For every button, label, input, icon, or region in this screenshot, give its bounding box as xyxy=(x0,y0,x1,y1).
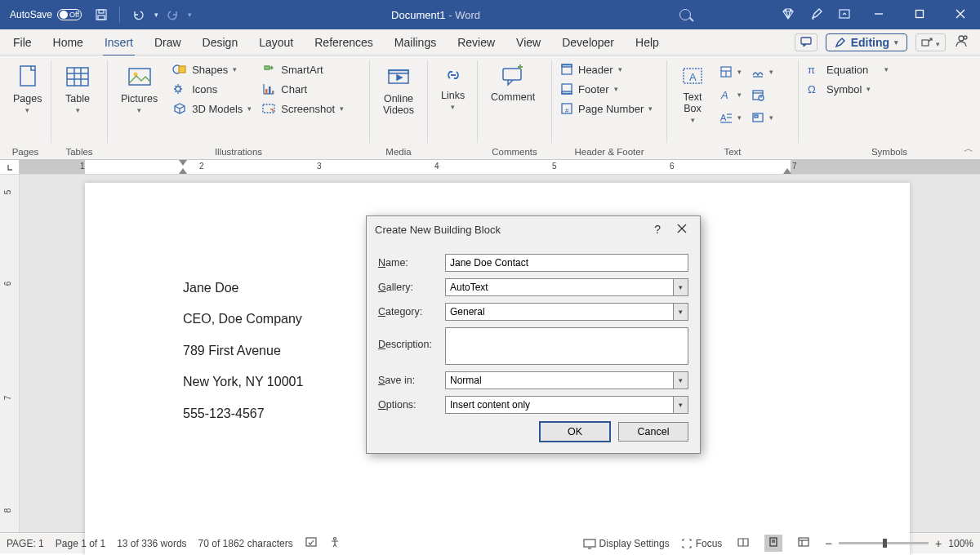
category-select[interactable]: General▾ xyxy=(445,303,688,321)
minimize-button[interactable] xyxy=(866,6,892,24)
read-mode-icon[interactable] xyxy=(733,535,753,552)
indent-right[interactable] xyxy=(783,168,791,174)
ok-button[interactable]: OK xyxy=(540,422,610,442)
savein-label: Save in: xyxy=(378,375,437,386)
print-layout-icon[interactable] xyxy=(764,535,782,552)
table-button[interactable]: Table▾ xyxy=(58,62,97,116)
group-text: Text xyxy=(667,147,798,159)
options-label: Options: xyxy=(378,399,437,411)
accessibility-icon[interactable] xyxy=(329,536,341,550)
tab-home[interactable]: Home xyxy=(51,33,85,52)
indent-hanging[interactable] xyxy=(179,168,187,174)
tab-design[interactable]: Design xyxy=(201,33,240,52)
dialog-title: Create New Building Block xyxy=(375,224,643,236)
online-videos-button[interactable]: Online Videos xyxy=(376,62,421,118)
quickparts-icon[interactable]: ▾ xyxy=(718,64,743,79)
ruler-horizontal[interactable]: 1 2 3 4 5 6 7 xyxy=(0,160,980,175)
indent-first-line[interactable] xyxy=(179,160,187,166)
shapes-button[interactable]: Shapes ▾ xyxy=(171,62,253,77)
zoom-slider[interactable] xyxy=(839,542,929,544)
tab-help[interactable]: Help xyxy=(634,33,661,52)
signature-icon[interactable]: ▾ xyxy=(750,64,775,79)
status-chars[interactable]: 70 of 1862 characters xyxy=(198,538,293,549)
svg-rect-18 xyxy=(129,69,150,85)
ribbon-display-icon[interactable] xyxy=(838,7,851,23)
icons-button[interactable]: Icons xyxy=(171,82,253,96)
zoom-level[interactable]: 100% xyxy=(948,538,973,549)
status-words[interactable]: 13 of 336 words xyxy=(117,538,186,549)
svg-rect-2 xyxy=(98,16,105,20)
status-pageof[interactable]: Page 1 of 1 xyxy=(56,538,105,549)
comment-button[interactable]: Comment xyxy=(484,62,541,104)
undo-icon[interactable] xyxy=(131,8,146,21)
svg-rect-35 xyxy=(562,64,572,67)
comments-toggle[interactable] xyxy=(795,33,817,51)
svg-text:#: # xyxy=(565,107,569,114)
wordart-icon[interactable]: A▾ xyxy=(718,87,743,102)
pen-icon[interactable] xyxy=(810,7,823,23)
tab-review[interactable]: Review xyxy=(456,33,497,52)
tab-developer[interactable]: Developer xyxy=(560,33,616,52)
footer-button[interactable]: Footer ▾ xyxy=(559,82,654,96)
tab-mailings[interactable]: Mailings xyxy=(393,33,438,52)
collapse-ribbon-icon[interactable]: ︿ xyxy=(964,142,973,156)
status-page[interactable]: PAGE: 1 xyxy=(7,538,44,549)
svg-rect-25 xyxy=(265,89,268,94)
tab-insert[interactable]: Insert xyxy=(103,33,135,52)
cancel-button[interactable]: Cancel xyxy=(618,422,688,442)
tab-references[interactable]: References xyxy=(313,33,375,52)
pictures-button[interactable]: Pictures▾ xyxy=(114,62,164,116)
display-settings[interactable]: Display Settings xyxy=(583,538,670,549)
symbol-button[interactable]: ΩSymbol ▾ xyxy=(805,82,890,96)
web-layout-icon[interactable] xyxy=(794,535,813,552)
screenshot-button[interactable]: Screenshot ▾ xyxy=(260,101,345,116)
svg-rect-13 xyxy=(67,68,88,86)
options-select[interactable]: Insert content only▾ xyxy=(445,396,688,414)
redo-icon[interactable] xyxy=(167,8,180,21)
dialog-close-icon[interactable] xyxy=(672,224,692,236)
tab-selector[interactable] xyxy=(0,160,20,174)
ruler-vertical[interactable]: 5 6 7 8 xyxy=(0,175,20,532)
dropcap-icon[interactable]: A▾ xyxy=(718,110,743,125)
focus-mode[interactable]: Focus xyxy=(681,538,723,549)
chart-button[interactable]: Chart xyxy=(260,82,345,96)
svg-rect-61 xyxy=(306,538,316,546)
close-button[interactable] xyxy=(947,6,973,24)
ribbon-tabs: File Home Insert Draw Design Layout Refe… xyxy=(0,29,980,56)
maximize-button[interactable] xyxy=(906,6,933,24)
save-icon[interactable] xyxy=(95,8,108,21)
zoom-out[interactable]: − xyxy=(825,536,832,550)
smartart-button[interactable]: SmartArt xyxy=(260,62,345,77)
share-button[interactable]: ▾ xyxy=(915,33,946,51)
tab-file[interactable]: File xyxy=(11,33,33,52)
diamond-icon[interactable] xyxy=(781,7,795,23)
svg-rect-63 xyxy=(584,539,595,547)
autosave-toggle[interactable]: Off xyxy=(57,9,82,20)
tab-layout[interactable]: Layout xyxy=(257,33,295,52)
tab-view[interactable]: View xyxy=(514,33,542,52)
gallery-select[interactable]: AutoText▾ xyxy=(445,278,688,296)
tab-draw[interactable]: Draw xyxy=(153,33,183,52)
editing-mode[interactable]: Editing▾ xyxy=(826,33,907,51)
search-icon[interactable] xyxy=(679,9,691,20)
datetime-icon[interactable] xyxy=(750,87,775,102)
header-button[interactable]: Header ▾ xyxy=(559,62,654,77)
autosave-label: AutoSave xyxy=(10,9,52,20)
pages-button[interactable]: Pages▾ xyxy=(7,62,48,116)
zoom-in[interactable]: + xyxy=(935,537,942,550)
page-number-button[interactable]: #Page Number ▾ xyxy=(559,101,654,116)
help-icon[interactable]: ? xyxy=(643,223,672,236)
description-textarea[interactable] xyxy=(445,327,688,365)
name-input[interactable] xyxy=(445,254,688,272)
savein-select[interactable]: Normal▾ xyxy=(445,371,688,389)
textbox-button[interactable]: AText Box▾ xyxy=(674,62,711,126)
svg-text:A: A xyxy=(720,89,728,101)
building-block-dialog: Create New Building Block ? Name: Galler… xyxy=(366,215,701,454)
account-icon[interactable] xyxy=(954,33,969,51)
equation-button[interactable]: πEquation ▾ xyxy=(805,62,890,77)
spelling-icon[interactable] xyxy=(305,536,318,550)
links-button[interactable]: Links▾ xyxy=(434,62,471,113)
object-icon[interactable]: ▾ xyxy=(750,110,775,125)
svg-rect-30 xyxy=(389,70,408,73)
3dmodels-button[interactable]: 3D Models ▾ xyxy=(171,101,253,116)
